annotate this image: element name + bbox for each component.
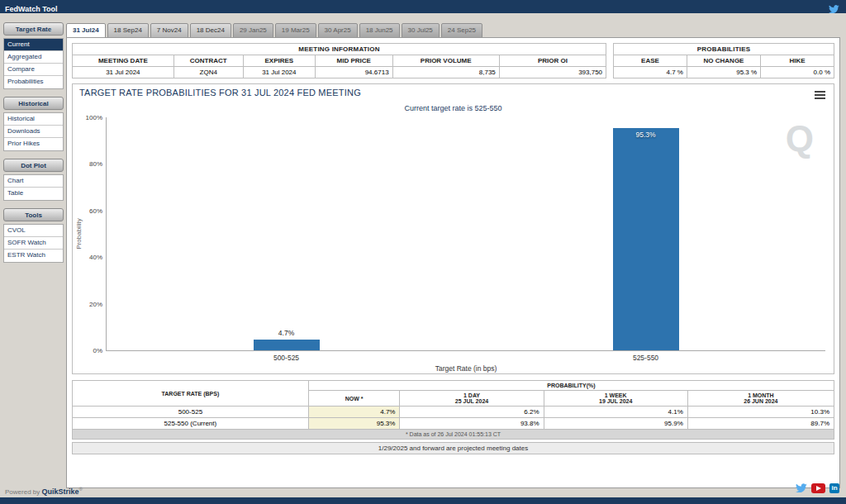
chart-menu-icon[interactable] (815, 91, 825, 101)
y-axis-tick: 80% (89, 160, 102, 168)
sidebar-item-chart[interactable]: Chart (4, 175, 63, 188)
twitter-icon[interactable] (829, 2, 839, 17)
app-header: FedWatch Tool (0, 0, 846, 13)
chart-subtitle: Current target rate is 525-550 (73, 104, 834, 112)
sidebar-group-historical: HistoricalDownloadsPrior Hikes (3, 112, 64, 151)
meeting-info-column-header: PRIOR VOLUME (392, 55, 499, 67)
table-row: 500-5254.7%6.2%4.1%10.3% (73, 407, 834, 418)
sidebar-section-historical[interactable]: Historical (3, 97, 64, 110)
sidebar-item-downloads[interactable]: Downloads (4, 126, 63, 138)
meeting-information-table: MEETING INFORMATIONMEETING DATECONTRACTE… (72, 43, 606, 78)
table-row: 525-550 (Current)95.3%93.8%95.9%89.7% (73, 418, 834, 430)
y-axis-tick: 60% (89, 207, 102, 214)
probability-summary-column-header: HIKE (761, 55, 834, 67)
probability-summary-value: 95.3 % (687, 67, 760, 78)
probability-history-table: TARGET RATE (BPS)PROBABILITY(%)NOW *1 DA… (72, 380, 834, 440)
y-axis-tick: 20% (89, 300, 102, 307)
meeting-info-title: MEETING INFORMATION (73, 44, 606, 55)
meeting-info-value: 94.6713 (315, 67, 392, 78)
probability-cell: 6.2% (400, 407, 544, 418)
sidebar-item-estr-watch[interactable]: ESTR Watch (4, 250, 63, 262)
period-column-header: NOW * (308, 391, 400, 407)
probability-cell: 93.8% (400, 418, 544, 430)
sidebar-item-aggregated[interactable]: Aggregated (4, 51, 63, 64)
period-column-header: 1 WEEK19 JUL 2024 (544, 391, 687, 407)
tab-18-jun25[interactable]: 18 Jun25 (359, 23, 400, 38)
meeting-info-column-header: MEETING DATE (73, 55, 174, 67)
quikstrike-watermark: Q (786, 121, 814, 157)
probability-summary-title: PROBABILITIES (614, 44, 834, 55)
fedwatch-tool-app: FedWatch Tool 31 Jul2418 Sep247 Nov2418 … (0, 0, 846, 504)
quikstrike-brand-link[interactable]: QuikStrike (41, 487, 78, 496)
probability-cell: 89.7% (687, 418, 834, 430)
target-rate-cell: 500-525 (73, 407, 309, 418)
tab-7-nov24[interactable]: 7 Nov24 (150, 23, 188, 38)
info-row: MEETING INFORMATIONMEETING DATECONTRACTE… (72, 43, 834, 78)
data-asof-footnote: * Data as of 26 Jul 2024 01:55:13 CT (73, 430, 834, 440)
social-links: in (796, 481, 839, 496)
sidebar-item-sofr-watch[interactable]: SOFR Watch (4, 237, 63, 250)
period-column-header: 1 MONTH26 JUN 2024 (687, 391, 834, 407)
chart-title: TARGET RATE PROBABILITIES FOR 31 JUL 202… (79, 88, 361, 97)
sidebar-section-tools[interactable]: Tools (3, 208, 64, 221)
meeting-info-column-header: CONTRACT (173, 55, 243, 67)
tab-strip: 31 Jul2418 Sep247 Nov2418 Dec2429 Jan251… (66, 21, 484, 36)
meeting-info-value: 8,735 (392, 67, 499, 78)
sidebar-section-dot-plot[interactable]: Dot Plot (3, 159, 64, 172)
tab-19-mar25[interactable]: 19 Mar25 (275, 23, 316, 38)
tab-30-jul25[interactable]: 30 Jul25 (402, 23, 440, 38)
meeting-info-value: 393,750 (499, 67, 606, 78)
y-axis-tick: 0% (93, 347, 102, 354)
plot-area: Probability Target Rate (in bps) Q 0%20%… (106, 117, 825, 351)
probability-summary-value: 4.7 % (614, 67, 687, 78)
projected-meetings-note: 1/29/2025 and forward are projected meet… (72, 442, 834, 454)
period-column-header: 1 DAY25 JUL 2024 (400, 391, 544, 407)
sidebar-item-prior-hikes[interactable]: Prior Hikes (4, 138, 63, 150)
probability-summary-column-header: EASE (614, 55, 687, 67)
sidebar-item-historical[interactable]: Historical (4, 113, 63, 126)
probability-bar-525-550 (613, 128, 679, 350)
chart-container: TARGET RATE PROBABILITIES FOR 31 JUL 202… (72, 83, 834, 374)
registered-mark: ® (79, 487, 83, 492)
tab-18-dec24[interactable]: 18 Dec24 (190, 23, 231, 38)
page-footer: Powered by QuikStrike® in (5, 483, 841, 497)
tab-18-sep24[interactable]: 18 Sep24 (107, 23, 149, 38)
app-title: FedWatch Tool (0, 2, 58, 16)
tab-24-sep25[interactable]: 24 Sep25 (441, 23, 482, 38)
target-rate-cell: 525-550 (Current) (73, 418, 309, 430)
x-axis-category-500-525: 500-525 (273, 354, 299, 362)
probability-cell: 95.9% (544, 418, 687, 430)
tab-30-apr25[interactable]: 30 Apr25 (318, 23, 358, 38)
probability-summary-column-header: NO CHANGE (687, 55, 760, 67)
meeting-info-value: 31 Jul 2024 (73, 67, 174, 78)
linkedin-icon[interactable]: in (829, 483, 839, 493)
probability-cell: 95.3% (308, 418, 400, 430)
y-axis-tick: 100% (86, 114, 102, 121)
meeting-info-column-header: PRIOR OI (499, 55, 606, 67)
x-axis-label: Target Rate (in bps) (435, 364, 497, 373)
sidebar-item-cvol[interactable]: CVOL (4, 225, 63, 237)
youtube-icon[interactable] (811, 483, 825, 493)
sidebar-group-target-rate: CurrentAggregatedCompareProbabilities (3, 38, 64, 89)
sidebar-group-tools: CVOLSOFR WatchESTR Watch (3, 224, 64, 263)
probability-cell: 10.3% (687, 407, 834, 418)
powered-by-label: Powered by (5, 488, 40, 496)
tab-29-jan25[interactable]: 29 Jan25 (233, 23, 273, 38)
sidebar-item-table[interactable]: Table (4, 188, 63, 200)
sidebar-item-probabilities[interactable]: Probabilities (4, 76, 63, 88)
tab-31-jul24[interactable]: 31 Jul24 (66, 23, 106, 38)
sidebar-item-compare[interactable]: Compare (4, 64, 63, 76)
powered-by: Powered by QuikStrike® (5, 487, 83, 496)
probability-summary-value: 0.0 % (761, 67, 834, 78)
twitter-icon[interactable] (796, 481, 807, 496)
meeting-info-column-header: MID PRICE (315, 55, 392, 67)
bottom-brand-strip (0, 497, 846, 504)
probability-cell: 4.1% (544, 407, 687, 418)
meeting-info-value: 31 Jul 2024 (243, 67, 315, 78)
x-axis-category-525-550: 525-550 (633, 354, 658, 362)
y-axis-label: Probability (75, 218, 83, 249)
probabilities-summary-table: PROBABILITIESEASENO CHANGEHIKE4.7 %95.3 … (613, 43, 834, 78)
sidebar-item-current[interactable]: Current (4, 39, 63, 51)
sidebar: Target RateCurrentAggregatedCompareProba… (3, 22, 64, 270)
sidebar-section-target-rate[interactable]: Target Rate (3, 22, 64, 36)
